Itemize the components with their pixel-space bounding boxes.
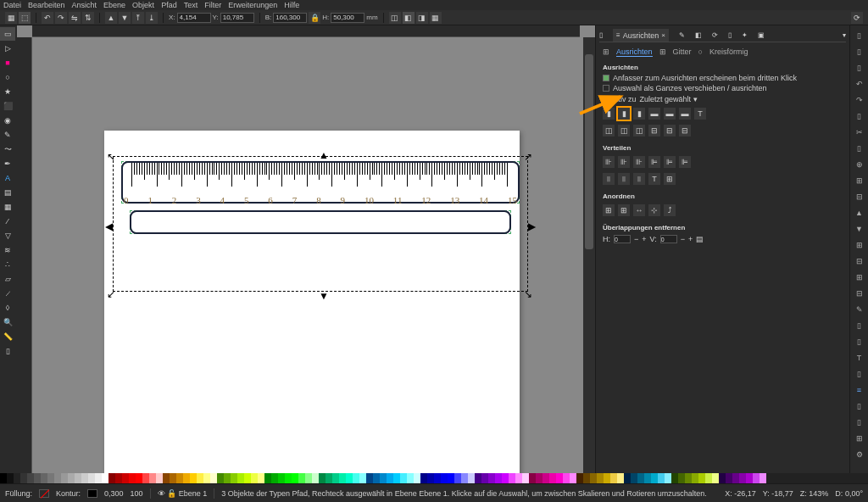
checkbox-group[interactable]: Auswahl als Ganzes verschieben / ausrich… xyxy=(599,83,846,93)
align-btn[interactable]: ◫ xyxy=(603,125,615,137)
menu-filter[interactable]: Filter xyxy=(204,1,221,9)
swatch[interactable] xyxy=(170,473,176,483)
swatch[interactable] xyxy=(597,473,604,483)
swatch[interactable] xyxy=(136,473,142,483)
stroke-width[interactable]: 0,300 xyxy=(104,489,124,498)
swatch[interactable] xyxy=(75,473,81,483)
swatch[interactable] xyxy=(746,473,753,483)
swatch[interactable] xyxy=(285,473,292,483)
v-spacing-input[interactable] xyxy=(660,235,677,243)
align-btn[interactable]: ◫ xyxy=(633,125,645,137)
swatch[interactable] xyxy=(407,473,414,483)
dock-btn[interactable]: ≡ xyxy=(853,383,866,397)
scrollbar-thumb[interactable] xyxy=(585,54,593,249)
swatch[interactable] xyxy=(604,473,610,483)
swatch[interactable] xyxy=(278,473,285,483)
dock-btn[interactable]: ⊞ xyxy=(853,174,866,187)
dock-btn[interactable]: ▯ xyxy=(853,335,866,349)
swatch[interactable] xyxy=(251,473,258,483)
swatch[interactable] xyxy=(326,473,332,483)
raise-top-icon[interactable]: ⤒ xyxy=(132,12,144,24)
swatch[interactable] xyxy=(509,473,515,483)
lower-icon[interactable]: ▼ xyxy=(119,12,131,24)
swatch[interactable] xyxy=(542,473,549,483)
swatch[interactable] xyxy=(258,473,264,483)
swatch[interactable] xyxy=(393,473,400,483)
rotate-cw-icon[interactable]: ↷ xyxy=(55,12,67,24)
calligraphy-tool[interactable]: ✒ xyxy=(0,157,15,170)
swatch[interactable] xyxy=(353,473,359,483)
distribute-btn[interactable]: ⫴ xyxy=(633,173,645,185)
swatch[interactable] xyxy=(556,473,563,483)
unit-label[interactable]: mm xyxy=(366,14,377,21)
distribute-btn[interactable]: ⊪ xyxy=(603,156,615,168)
swatch[interactable] xyxy=(495,473,502,483)
swatch[interactable] xyxy=(305,473,312,483)
pencil-tool[interactable]: ✎ xyxy=(0,128,15,142)
align-btn[interactable]: ⊟ xyxy=(664,125,676,137)
panel-tab[interactable]: ⟳ xyxy=(712,29,718,42)
panel-tab[interactable]: ✎ xyxy=(679,29,685,42)
swatch[interactable] xyxy=(163,473,170,483)
pages-tool[interactable]: ▯ xyxy=(0,344,15,358)
scrollbar-vertical[interactable] xyxy=(583,37,595,473)
dock-btn[interactable]: ▯ xyxy=(853,45,866,59)
swatch[interactable] xyxy=(27,473,34,483)
lpe-tool[interactable]: ◊ xyxy=(0,301,15,315)
scale-stroke-icon[interactable]: ◫ xyxy=(389,12,401,24)
dock-btn[interactable]: ▯ xyxy=(853,399,866,413)
panel-tab-align[interactable]: ≡ Ausrichten × xyxy=(613,29,669,42)
swatch[interactable] xyxy=(176,473,183,483)
dock-btn[interactable]: ⊕ xyxy=(853,158,866,171)
swatch[interactable] xyxy=(705,473,712,483)
swatch[interactable] xyxy=(197,473,203,483)
swatch[interactable] xyxy=(210,473,217,483)
swatch[interactable] xyxy=(373,473,380,483)
swatch[interactable] xyxy=(468,473,475,483)
minus-icon[interactable]: − xyxy=(681,235,685,243)
distribute-btn[interactable]: ⊫ xyxy=(679,156,691,168)
swatch[interactable] xyxy=(183,473,190,483)
menu-objekt[interactable]: Objekt xyxy=(132,1,154,9)
swatch[interactable] xyxy=(760,473,766,483)
subtab-circ[interactable]: Kreisförmig xyxy=(709,47,748,57)
swatch[interactable] xyxy=(448,473,454,483)
ellipse-tool[interactable]: ○ xyxy=(0,70,15,84)
dock-btn[interactable]: ⊟ xyxy=(853,254,866,268)
swatch[interactable] xyxy=(576,473,583,483)
swatch[interactable] xyxy=(88,473,95,483)
selector-tool[interactable]: ▭ xyxy=(0,27,15,41)
swatch[interactable] xyxy=(522,473,529,483)
align-text-icon[interactable]: T xyxy=(694,108,706,120)
swatch[interactable] xyxy=(583,473,590,483)
distribute-btn[interactable]: ⊫ xyxy=(648,156,660,168)
mesh-tool[interactable]: ▦ xyxy=(0,200,15,214)
scale-handle[interactable]: ◀ xyxy=(105,220,114,229)
swatch[interactable] xyxy=(237,473,244,483)
refresh-icon[interactable]: ⟳ xyxy=(851,12,863,24)
x-input[interactable] xyxy=(177,13,211,23)
swatch[interactable] xyxy=(217,473,224,483)
w-input[interactable] xyxy=(273,13,307,23)
rotate-handle[interactable]: ↗ xyxy=(524,151,532,159)
swatch[interactable] xyxy=(61,473,68,483)
swatch[interactable] xyxy=(732,473,739,483)
scale-handle[interactable]: ▲ xyxy=(319,149,327,158)
swatch[interactable] xyxy=(7,473,14,483)
measure-tool[interactable]: 📏 xyxy=(0,330,15,343)
swatch[interactable] xyxy=(224,473,231,483)
dock-btn[interactable]: ▲ xyxy=(853,206,866,220)
align-right-icon[interactable]: ▮ xyxy=(633,108,645,120)
swatch[interactable] xyxy=(149,473,156,483)
swatch[interactable] xyxy=(671,473,678,483)
distribute-btn[interactable]: ⊪ xyxy=(618,156,630,168)
dock-btn[interactable]: ⊟ xyxy=(853,190,866,204)
swatch[interactable] xyxy=(414,473,420,483)
swatch[interactable] xyxy=(678,473,685,483)
dock-btn[interactable]: ▯ xyxy=(853,319,866,332)
swatch[interactable] xyxy=(108,473,115,483)
dock-btn[interactable]: T xyxy=(853,351,866,365)
swatch[interactable] xyxy=(102,473,108,483)
swatch[interactable] xyxy=(631,473,637,483)
menu-ansicht[interactable]: Ansicht xyxy=(72,1,97,9)
